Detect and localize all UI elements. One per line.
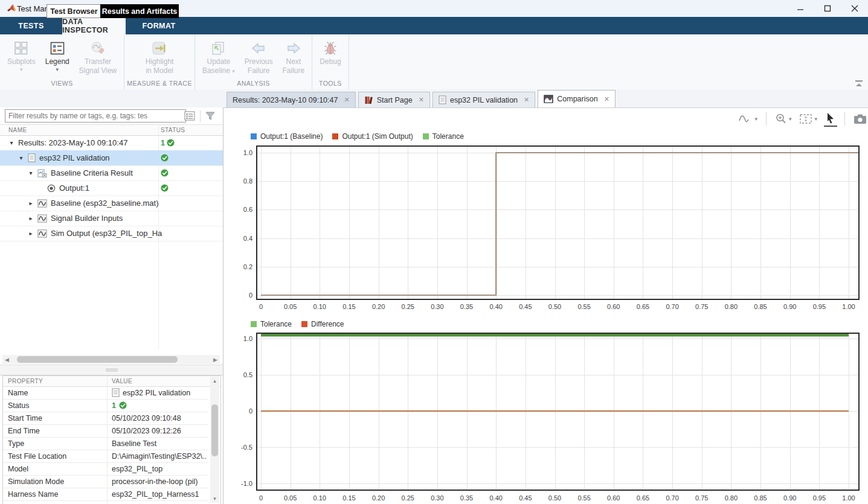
property-name: Simulation Mode <box>8 475 64 488</box>
svg-text:0.25: 0.25 <box>402 303 414 310</box>
property-row-harness-name: Harness Nameesp32_PIL_top_Harness1 <box>3 488 208 501</box>
svg-text:1.00: 1.00 <box>842 303 855 310</box>
ribbon-group-tools: DebugTOOLS <box>312 34 349 89</box>
test-manager-window: Test Manager TESTSDATA INSPECTORFORMAT S… <box>0 0 868 504</box>
tree-row-output-1[interactable]: Output:1 <box>0 180 223 196</box>
expand-icon[interactable]: ▸ <box>28 200 34 206</box>
pass-check-icon <box>167 139 175 147</box>
svg-text:1.0: 1.0 <box>243 335 252 342</box>
svg-text:0.50: 0.50 <box>548 303 561 310</box>
svg-text:0: 0 <box>249 292 252 299</box>
maximize-button[interactable] <box>814 0 841 17</box>
collapse-icon[interactable]: ▾ <box>28 170 34 176</box>
tree-row-label: Baseline (esp32_baseline.mat) <box>51 199 159 208</box>
scroll-down-arrow[interactable]: ▼ <box>210 494 219 503</box>
svg-text:0.15: 0.15 <box>342 303 355 310</box>
svg-text:0.45: 0.45 <box>519 494 532 502</box>
document-tab-esp32-pil-validation[interactable]: esp32 PIL validation✕ <box>432 92 535 107</box>
tree-row-results-2023-may-10-09-10-47[interactable]: ▾Results: 2023-May-10 09:10:471 <box>0 135 223 151</box>
property-value: esp32 PIL validation <box>112 386 207 399</box>
tree-column-header: NAME STATUS <box>0 124 223 136</box>
signal-trace-icon[interactable]: ▾ <box>737 112 759 126</box>
svg-text:0.20: 0.20 <box>372 303 385 310</box>
svg-text:0.10: 0.10 <box>313 494 326 502</box>
property-vertical-scrollbar[interactable]: ▲ ▼ <box>210 377 219 503</box>
minimize-button[interactable] <box>786 0 814 17</box>
ribbon-tab-format[interactable]: FORMAT <box>126 17 192 34</box>
tree-row-signal-builder-inputs[interactable]: ▸Signal Builder Inputs <box>0 211 223 226</box>
zoom-in-icon[interactable]: ▾ <box>774 112 793 126</box>
svg-text:0.95: 0.95 <box>813 494 826 502</box>
camera-snapshot-icon[interactable] <box>852 112 868 126</box>
tree-row-label: Output:1 <box>59 183 89 193</box>
tree-row-sim-output-esp32-pil-top-ha[interactable]: ▸Sim Output (esp32_PIL_top_Ha <box>0 226 223 241</box>
baseline-comparison-chart[interactable]: 00.050.100.150.200.250.300.350.400.450.5… <box>230 130 868 314</box>
tree-row-baseline-criteria-result[interactable]: ▾Baseline Criteria Result <box>0 165 223 181</box>
document-tab-results-2023-may-10-09-10-47[interactable]: Results: 2023-May-10 09:10:47✕ <box>227 92 356 107</box>
pointer-cursor-icon[interactable] <box>824 111 837 127</box>
close-icon[interactable]: ✕ <box>344 96 349 104</box>
divider <box>200 110 201 122</box>
svg-text:0.65: 0.65 <box>637 303 649 310</box>
svg-text:-1.0: -1.0 <box>241 480 252 487</box>
property-value: esp32_PIL_top <box>112 462 207 475</box>
property-row-simulation-mode: Simulation Modeprocessor-in-the-loop (pi… <box>3 475 208 488</box>
svg-text:1.00: 1.00 <box>842 494 855 502</box>
difference-chart[interactable]: 00.050.100.150.200.250.300.350.400.450.5… <box>230 319 868 504</box>
svg-text:0: 0 <box>259 303 263 310</box>
close-icon[interactable]: ✕ <box>419 96 424 104</box>
tree-row-baseline-esp32-baseline-mat-[interactable]: ▸Baseline (esp32_baseline.mat) <box>0 196 223 211</box>
svg-text:0.20: 0.20 <box>372 494 385 502</box>
scroll-left-arrow[interactable]: ◀ <box>2 355 11 364</box>
previous-failure-button: PreviousFailure <box>241 38 277 77</box>
panel-splitter[interactable] <box>0 365 223 375</box>
property-name: End Time <box>8 424 40 437</box>
legend-button[interactable]: Legend▾ <box>42 38 73 74</box>
collapse-icon[interactable]: ▾ <box>18 155 24 161</box>
debug-button: Debug <box>316 38 344 68</box>
svg-text:0.15: 0.15 <box>342 494 355 502</box>
document-tab-bar: Results: 2023-May-10 09:10:47✕Start Page… <box>227 89 618 107</box>
scroll-right-arrow[interactable]: ▶ <box>211 355 220 364</box>
tab-test-browser[interactable]: Test Browser <box>47 4 101 18</box>
ribbon-group-label: ANALYSIS <box>237 78 270 89</box>
comparison-chart-icon <box>544 95 553 103</box>
scrollbar-thumb[interactable] <box>17 356 178 363</box>
scrollbar-thumb[interactable] <box>211 404 218 456</box>
waveform-icon <box>37 214 47 223</box>
expand-icon[interactable]: ▸ <box>28 215 34 222</box>
results-list-view-button[interactable] <box>182 109 197 123</box>
close-icon[interactable]: ✕ <box>604 95 609 103</box>
subplots-button: Subplots▾ <box>4 38 39 74</box>
collapse-icon[interactable]: ▾ <box>8 139 14 146</box>
filter-icon[interactable] <box>203 109 217 123</box>
subplots-icon <box>14 39 28 57</box>
collapse-toolstrip-button[interactable] <box>854 79 864 88</box>
document-tab-start-page[interactable]: Start Page✕ <box>358 92 430 107</box>
ribbon-group-label: TOOLS <box>319 78 342 89</box>
document-tab-comparison[interactable]: Comparison✕ <box>538 90 616 107</box>
svg-text:0.70: 0.70 <box>666 303 678 310</box>
tree-row-esp32-pil-validation[interactable]: ▾esp32 PIL validation <box>0 150 223 166</box>
signal-dot-icon <box>47 184 56 193</box>
svg-text:0.95: 0.95 <box>813 303 826 310</box>
pass-check-icon <box>119 401 127 409</box>
svg-text:0.85: 0.85 <box>754 303 767 310</box>
scroll-up-arrow[interactable]: ▲ <box>210 377 219 385</box>
arrow-left-icon <box>251 39 266 57</box>
column-status: STATUS <box>161 127 185 133</box>
svg-text:0.30: 0.30 <box>431 303 443 310</box>
tree-horizontal-scrollbar[interactable]: ◀ ▶ <box>2 355 220 364</box>
ribbon-tab-tests[interactable]: TESTS <box>0 17 62 34</box>
fit-to-view-icon[interactable]: ▾ <box>798 112 818 126</box>
svg-text:0.85: 0.85 <box>754 494 767 502</box>
tab-results-and-artifacts[interactable]: Results and Artifacts <box>100 4 179 18</box>
close-icon[interactable]: ✕ <box>524 96 529 104</box>
property-row-model: Modelesp32_PIL_top <box>3 462 208 476</box>
property-value: processor-in-the-loop (pil) <box>112 475 207 488</box>
ribbon-tab-data-inspector[interactable]: DATA INSPECTOR <box>62 17 126 34</box>
expand-icon[interactable]: ▸ <box>28 230 34 237</box>
close-button[interactable] <box>841 0 868 17</box>
filter-results-input[interactable] <box>5 109 186 123</box>
ribbon-toolstrip: Subplots▾Legend▾TransferSignal ViewVIEWS… <box>0 34 868 90</box>
